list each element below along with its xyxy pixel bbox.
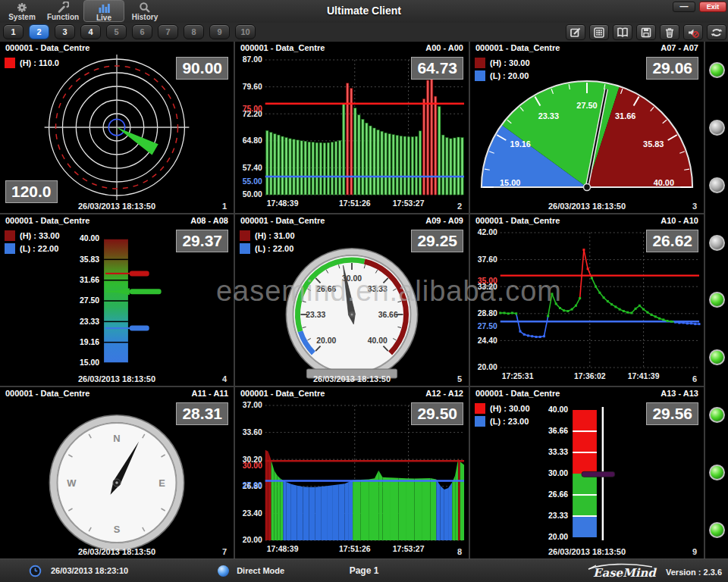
- svg-text:17:36:02: 17:36:02: [574, 372, 606, 380]
- svg-text:23.33: 23.33: [548, 512, 568, 520]
- tab-9[interactable]: 9: [209, 24, 230, 39]
- tab-2[interactable]: 2: [29, 24, 49, 39]
- status-led-green: [709, 292, 725, 308]
- tab-6[interactable]: 6: [132, 24, 152, 39]
- svg-text:35.83: 35.83: [643, 139, 664, 149]
- value-display: 29.06: [646, 57, 698, 80]
- panel-radar[interactable]: 000001 - Data_Centre (H) : 110.0 90.00 1…: [0, 42, 234, 213]
- panel-title: 000001 - Data_Centre: [240, 43, 325, 54]
- legend-color-swatch: [5, 58, 15, 68]
- panel-bar-trend[interactable]: 000001 - Data_Centre A00 - A00 87.0079.6…: [235, 42, 469, 213]
- svg-text:15.00: 15.00: [500, 178, 520, 187]
- book-icon: [617, 27, 629, 39]
- svg-text:42.00: 42.00: [478, 228, 497, 236]
- panel-area-trend[interactable]: 000001 - Data_Centre A12 - A12 37.0033.6…: [235, 387, 469, 559]
- dashboard-grid: 000001 - Data_Centre (H) : 110.0 90.00 1…: [0, 42, 728, 559]
- panel-title: 000001 - Data_Centre: [5, 389, 89, 399]
- svg-text:75.00: 75.00: [243, 105, 262, 113]
- book-button[interactable]: [613, 24, 632, 40]
- svg-text:35.00: 35.00: [478, 277, 497, 285]
- exit-button[interactable]: Exit: [699, 2, 726, 12]
- svg-text:37.00: 37.00: [243, 401, 262, 409]
- svg-text:40.00: 40.00: [548, 405, 568, 414]
- svg-text:40.00: 40.00: [654, 178, 674, 187]
- tab-10[interactable]: 10: [235, 24, 256, 39]
- mute-icon: [687, 27, 699, 39]
- edit-button[interactable]: [566, 24, 585, 40]
- panel-index: 4: [222, 374, 227, 383]
- svg-text:15.00: 15.00: [80, 358, 99, 367]
- delete-button[interactable]: [660, 24, 679, 40]
- tab-7[interactable]: 7: [158, 24, 178, 39]
- panel-legend: (H) : 31.00(L) : 22.00: [240, 230, 295, 256]
- svg-text:17:53:27: 17:53:27: [393, 199, 425, 208]
- svg-text:23.33: 23.33: [538, 111, 559, 120]
- value-display: 29.56: [646, 402, 698, 425]
- tab-3[interactable]: 3: [55, 24, 75, 39]
- save-button[interactable]: [636, 24, 656, 40]
- app-title: Ultimate Client: [0, 5, 728, 17]
- panel-legend: (H) : 110.0: [5, 58, 59, 70]
- panel-code: A00 - A00: [425, 43, 463, 54]
- tab-4[interactable]: 4: [80, 24, 101, 39]
- led-column: [705, 42, 728, 559]
- svg-text:28.80: 28.80: [478, 309, 497, 318]
- tab-1[interactable]: 1: [3, 24, 24, 39]
- panel-timestamp: 26/03/2013 18:13:50: [235, 374, 469, 383]
- svg-text:36.66: 36.66: [378, 311, 398, 319]
- svg-text:23.33: 23.33: [306, 311, 325, 319]
- mute-button[interactable]: [683, 24, 703, 40]
- panel-index: 2: [457, 202, 462, 211]
- svg-text:23.33: 23.33: [80, 318, 99, 326]
- panel-title: 000001 - Data_Centre: [475, 43, 560, 54]
- status-led-green: [709, 522, 725, 538]
- svg-text:27.00: 27.00: [243, 481, 262, 490]
- svg-text:37.60: 37.60: [478, 255, 497, 264]
- svg-text:33.60: 33.60: [243, 428, 262, 436]
- refresh-button[interactable]: [707, 24, 726, 40]
- panel-title: 000001 - Data_Centre: [240, 216, 325, 227]
- value-display: 26.62: [646, 230, 698, 252]
- panel-dial[interactable]: 000001 - Data_Centre A09 - A09 20.0023.3…: [235, 214, 469, 386]
- svg-text:27.50: 27.50: [478, 322, 497, 330]
- panel-title: 000001 - Data_Centre: [5, 43, 89, 54]
- panel-title: 000001 - Data_Centre: [5, 216, 89, 227]
- svg-text:19.16: 19.16: [80, 338, 99, 346]
- tab-8[interactable]: 8: [184, 24, 204, 39]
- svg-text:20.00: 20.00: [316, 336, 336, 345]
- trash-icon: [664, 27, 676, 39]
- svg-text:19.16: 19.16: [510, 139, 531, 149]
- svg-text:20.00: 20.00: [478, 363, 497, 371]
- grid-button[interactable]: [589, 24, 609, 40]
- panel-header: 000001 - Data_Centre: [0, 42, 234, 54]
- panel-segment-bar[interactable]: 000001 - Data_Centre A13 - A13 40.0036.6…: [470, 387, 704, 559]
- legend-label: (H) : 31.00: [255, 231, 295, 240]
- brand-logo: EaseMind: [585, 562, 655, 580]
- panel-header: 000001 - Data_Centre A11 - A11: [0, 387, 234, 399]
- svg-text:17:48:39: 17:48:39: [267, 545, 299, 553]
- legend-color-swatch: [475, 403, 485, 414]
- panel-timestamp: 26/03/2013 18:13:50: [470, 202, 704, 211]
- panel-index: 8: [457, 547, 462, 556]
- panel-title: 000001 - Data_Centre: [475, 216, 560, 227]
- panel-semigauge[interactable]: 000001 - Data_Centre A07 - A07 15.0019.1…: [470, 42, 704, 213]
- version-label: Version : 2.3.6: [666, 568, 722, 580]
- value-display: 28.31: [176, 402, 228, 425]
- panel-code: A09 - A09: [425, 216, 463, 227]
- svg-text:17:53:27: 17:53:27: [393, 545, 425, 553]
- legend-color-swatch: [240, 230, 250, 241]
- svg-text:27.50: 27.50: [576, 101, 597, 110]
- panel-header: 000001 - Data_Centre A00 - A00: [235, 42, 469, 54]
- minimize-button[interactable]: —: [673, 2, 695, 12]
- panel-index: 5: [457, 374, 462, 383]
- tab-5[interactable]: 5: [106, 24, 127, 39]
- legend-color-swatch: [5, 230, 15, 241]
- svg-text:17:25:31: 17:25:31: [502, 372, 534, 380]
- panel-thermometer[interactable]: 000001 - Data_Centre A08 - A08 40.0035.8…: [0, 214, 234, 386]
- brand-name: EaseMind: [593, 566, 656, 580]
- legend-color-swatch: [5, 243, 15, 254]
- panel-compass[interactable]: 000001 - Data_Centre A11 - A11 NESW 28.3…: [0, 387, 234, 559]
- panel-line-trend[interactable]: 000001 - Data_Centre A10 - A10 42.0037.6…: [470, 214, 704, 386]
- panel-legend: (H) : 30.00(L) : 20.00: [475, 58, 530, 83]
- svg-text:17:48:39: 17:48:39: [267, 199, 299, 208]
